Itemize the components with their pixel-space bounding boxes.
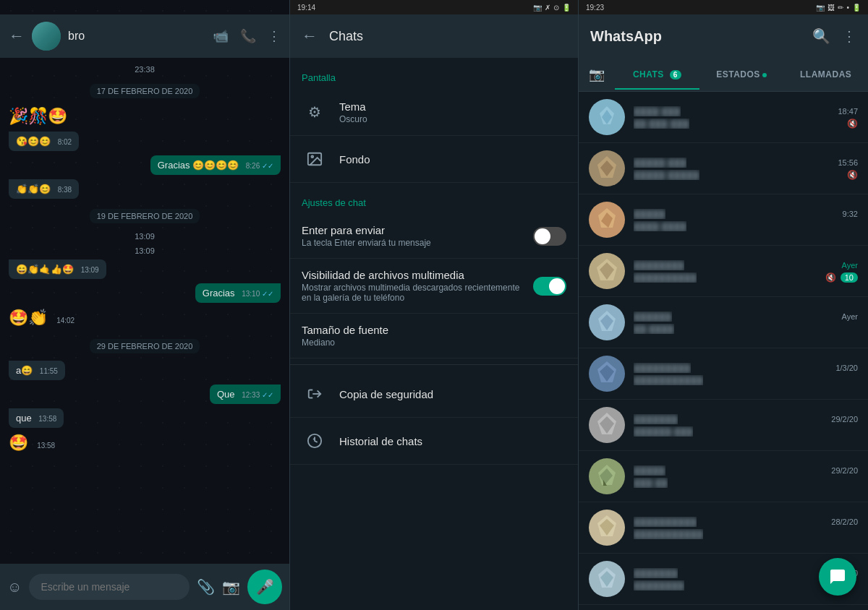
backup-title: Copia de seguridad xyxy=(339,388,566,400)
chat-list-item[interactable]: ▓▓▓▓▓▓ Ayer ▓▓ ▓▓▓▓ xyxy=(579,297,868,348)
chat-item-top: ▓▓▓▓▓ ▓▓▓ 15:56 xyxy=(634,158,858,168)
more-options-icon[interactable]: ⋮ xyxy=(842,27,856,45)
chat-item-preview: ▓▓▓▓ ▓▓▓▓ xyxy=(634,221,686,231)
emoji-icon[interactable]: ☺ xyxy=(7,579,22,596)
tab-chats[interactable]: CHATS 6 xyxy=(615,59,699,90)
message-bubble: Gracias 😊😊😊😊 8:26 ✓✓ xyxy=(150,155,281,175)
fondo-title: Fondo xyxy=(339,153,566,166)
chat-list-item[interactable]: ▓▓▓▓▓ 9:32 ▓▓▓▓ ▓▓▓▓ xyxy=(579,194,868,246)
tema-subtitle: Oscuro xyxy=(339,114,566,124)
chat-list-item[interactable]: ▓▓▓▓ ▓▓▓ 18:47 ▓▓ ▓▓▓ ▓▓▓ 🔇 xyxy=(579,92,868,143)
settings-text: Tema Oscuro xyxy=(339,100,566,124)
tema-title: Tema xyxy=(339,100,566,113)
video-call-icon[interactable]: 📹 xyxy=(213,28,229,44)
chat-item-top: ▓▓▓▓ ▓▓▓ 18:47 xyxy=(634,106,858,116)
settings-item-enter[interactable]: Enter para enviar La tecla Enter enviará… xyxy=(290,214,578,259)
chat-item-name: ▓▓▓▓▓▓▓▓▓ xyxy=(634,363,691,373)
divider xyxy=(290,364,578,365)
chat-item-preview: ▓▓▓▓▓▓▓▓ xyxy=(634,580,684,590)
chat-list-item[interactable]: ▓▓▓▓▓ 29/2/20 ▓▓▓ ▓▓ xyxy=(579,451,868,502)
chat-item-name: ▓▓▓▓▓▓▓▓ xyxy=(634,260,684,270)
chat-item-time: Ayer xyxy=(842,312,858,321)
chat-item-bottom: ▓▓ ▓▓▓▓ xyxy=(634,324,858,334)
settings-panel: 19:14 📷 ✗ ⊙ 🔋 ← Chats Pantalla ⚙ Tema Os… xyxy=(289,0,579,610)
search-icon[interactable]: 🔍 xyxy=(812,27,830,45)
tab-estados[interactable]: ESTADOS xyxy=(699,59,784,90)
chat-item-bottom: ▓▓▓▓▓ ▓▓▓▓▓ 🔇 xyxy=(634,170,858,180)
chat-item-top: ▓▓▓▓▓▓▓▓▓ 1/3/20 xyxy=(634,363,858,373)
date-separator: 29 DE FEBRERO DE 2020 xyxy=(9,339,281,352)
chat-list-item[interactable]: ▓▓▓▓▓▓▓▓▓ 1/3/20 ▓▓▓▓▓▓▓▓▓▓▓ xyxy=(579,348,868,400)
chat-item-preview: ▓▓▓▓▓ ▓▓▓▓▓ xyxy=(634,170,699,180)
chat-item-preview: ▓▓ ▓▓▓▓ xyxy=(634,324,674,334)
chat-item-content: ▓▓▓▓▓▓ Ayer ▓▓ ▓▓▓▓ xyxy=(634,312,858,334)
settings-item-backup[interactable]: Copia de seguridad xyxy=(290,371,578,418)
chat-list: ▓▓▓▓ ▓▓▓ 18:47 ▓▓ ▓▓▓ ▓▓▓ 🔇 xyxy=(579,92,868,610)
chat-list-item[interactable]: ▓▓▓▓▓▓▓ 29/2/20 ▓▓▓▓▓▓ ▓▓▓ xyxy=(579,400,868,451)
chat-list-item[interactable]: ▓▓▓▓▓ ▓▓▓ 15:56 ▓▓▓▓▓ ▓▓▓▓▓ 🔇 xyxy=(579,143,868,194)
chat-item-top: ▓▓▓▓▓▓▓▓▓▓ 28/2/20 xyxy=(634,517,858,527)
svg-point-1 xyxy=(311,155,313,158)
chat-item-time: 28/2/20 xyxy=(831,517,858,526)
attach-icon[interactable]: 📎 xyxy=(197,578,215,596)
avatar xyxy=(589,407,625,443)
chat-item-top: ▓▓▓▓▓▓▓ 29/2/20 xyxy=(634,414,858,424)
avatar xyxy=(589,202,625,238)
enter-toggle[interactable] xyxy=(533,227,566,246)
chats-badge: 6 xyxy=(670,70,681,80)
date-separator: 19 DE FEBRERO DE 2020 xyxy=(9,209,281,222)
chat-panel: 19:23 📷 🖼 ✏ • 🔋 ← bro 📹 📞 ⋮ 23:38 17 DE … xyxy=(0,0,289,610)
time-label: 23:38 xyxy=(9,65,281,74)
settings-item-tema[interactable]: ⚙ Tema Oscuro xyxy=(290,89,578,136)
message-bubble: 👏👏😊 8:38 xyxy=(9,179,79,199)
multimedia-toggle[interactable] xyxy=(533,277,566,296)
enter-title: Enter para enviar xyxy=(302,224,522,236)
settings-item-historial[interactable]: Historial de chats xyxy=(290,418,578,465)
message-bubble: a😄 11:55 xyxy=(9,361,65,380)
chat-list-item[interactable]: ▓▓▓▓▓▓▓▓ Ayer ▓▓▓▓▓▓▓▓▓▓ 🔇 10 xyxy=(579,246,868,297)
chat-item-content: ▓▓▓▓▓ 9:32 ▓▓▓▓ ▓▓▓▓ xyxy=(634,209,858,231)
back-button[interactable]: ← xyxy=(9,27,25,46)
historial-title: Historial de chats xyxy=(339,435,566,447)
settings-back-button[interactable]: ← xyxy=(302,27,318,46)
mic-button[interactable]: 🎤 xyxy=(247,570,282,604)
section-pantalla-label: Pantalla xyxy=(290,58,578,89)
chat-list-item[interactable]: ▓▓▓▓▓▓▓▓▓▓ 28/2/20 ▓▓▓▓▓▓▓▓▓▓▓ xyxy=(579,502,868,554)
contact-name[interactable]: bro xyxy=(68,30,205,43)
tab-camera[interactable]: 📷 xyxy=(579,58,615,91)
camera-icon[interactable]: 📷 xyxy=(222,578,240,596)
chat-item-content: ▓▓▓▓▓ ▓▓▓ 15:56 ▓▓▓▓▓ ▓▓▓▓▓ 🔇 xyxy=(634,158,858,180)
chat-item-bottom: ▓▓▓ ▓▓ xyxy=(634,478,858,488)
chatlist-panel: 19:23 📷 🖼 ✏ • 🔋 WhatsApp 🔍 ⋮ 📷 CHATS 6 E… xyxy=(579,0,868,610)
message-bubble: 😘😊😊 8:02 xyxy=(9,132,79,151)
date-separator: 17 DE FEBRERO DE 2020 xyxy=(9,84,281,97)
tab-llamadas[interactable]: LLAMADAS xyxy=(783,59,868,90)
historial-icon xyxy=(302,428,328,454)
mute-icon: 🔇 xyxy=(825,272,836,283)
chat-item-preview: ▓▓▓▓▓▓▓▓▓▓ xyxy=(634,272,697,283)
settings-item-multimedia[interactable]: Visibilidad de archivos multimedia Mostr… xyxy=(290,259,578,314)
status-time-2: 19:14 xyxy=(297,4,315,12)
settings-title: Chats xyxy=(329,29,363,44)
chat-item-top: ▓▓▓▓▓▓▓▓ Ayer xyxy=(634,260,858,270)
avatar xyxy=(589,99,625,135)
contact-avatar[interactable] xyxy=(32,22,61,51)
settings-body: Pantalla ⚙ Tema Oscuro Fondo Ajustes de … xyxy=(290,58,578,610)
chat-item-top: ▓▓▓▓▓▓ Ayer xyxy=(634,312,858,322)
compose-fab-button[interactable] xyxy=(819,558,856,596)
settings-item-fuente[interactable]: Tamaño de fuente Mediano xyxy=(290,314,578,358)
whatsapp-title: WhatsApp xyxy=(590,28,662,45)
chat-item-content: ▓▓▓▓▓▓▓▓ Ayer ▓▓▓▓▓▓▓▓▓▓ 🔇 10 xyxy=(634,260,858,283)
more-options-icon[interactable]: ⋮ xyxy=(268,28,281,44)
chat-item-preview: ▓▓▓▓▓▓▓▓▓▓▓ xyxy=(634,375,703,385)
toggle-knob xyxy=(535,228,550,244)
chat-item-time: 29/2/20 xyxy=(831,415,858,424)
phone-icon[interactable]: 📞 xyxy=(240,28,256,44)
time-label: 13:09 xyxy=(9,232,281,241)
message-input[interactable] xyxy=(29,574,190,600)
message-bubble: Gracias 13:10 ✓✓ xyxy=(195,283,281,303)
multimedia-title: Visibilidad de archivos multimedia xyxy=(302,269,522,281)
settings-item-fondo[interactable]: Fondo xyxy=(290,136,578,183)
chat-item-top: ▓▓▓▓▓ 9:32 xyxy=(634,209,858,219)
avatar xyxy=(589,458,625,494)
